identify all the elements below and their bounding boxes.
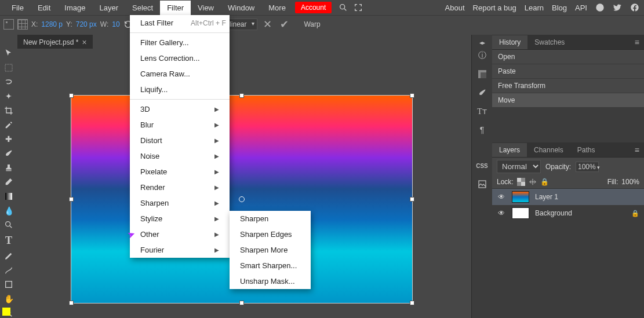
marquee-tool[interactable] [2, 63, 15, 73]
transform-handle-tl[interactable] [69, 93, 74, 98]
filter-noise[interactable]: Noise▶ [130, 148, 230, 164]
transform-handle-bl[interactable] [69, 301, 74, 305]
crop-tool[interactable] [2, 106, 15, 116]
brush-tool[interactable] [2, 149, 15, 159]
blend-mode-select[interactable]: Normal [497, 160, 541, 173]
transform-center-icon[interactable] [239, 196, 245, 202]
x-value[interactable]: 1280 p [41, 20, 63, 28]
link-learn[interactable]: Learn [525, 3, 544, 12]
lock-all-icon[interactable]: 🔒 [540, 178, 549, 186]
filter-gallery[interactable]: Filter Gallery... [130, 35, 230, 50]
fullscreen-icon[interactable] [354, 3, 363, 12]
cancel-transform-icon[interactable]: ✕ [261, 18, 274, 31]
transform-handle-tm[interactable] [239, 93, 244, 98]
menu-edit[interactable]: Edit [31, 1, 57, 15]
opacity-input[interactable]: 100% [576, 162, 599, 172]
filter-camera-raw[interactable]: Camera Raw... [130, 66, 230, 82]
transform-handle-bm[interactable] [239, 301, 244, 305]
history-item-move[interactable]: Move [492, 93, 644, 108]
menu-window[interactable]: Window [221, 1, 261, 15]
layer-name[interactable]: Layer 1 [535, 193, 558, 201]
history-item-open[interactable]: Open [492, 50, 644, 64]
close-tab-icon[interactable]: × [82, 38, 86, 47]
reference-grid-icon[interactable] [17, 19, 28, 30]
transform-handle-br[interactable] [410, 301, 414, 305]
path-tool[interactable] [2, 265, 15, 275]
menu-select[interactable]: Select [125, 1, 160, 15]
layers-tab[interactable]: Layers [492, 143, 527, 157]
smart-sharpen-item[interactable]: Smart Sharpen... [230, 258, 311, 273]
fill-input[interactable]: 100% [621, 178, 639, 186]
image-panel-icon[interactable] [472, 175, 493, 193]
foreground-color-swatch[interactable] [2, 308, 10, 316]
filter-blur[interactable]: Blur▶ [130, 117, 230, 133]
shape-tool[interactable] [2, 280, 15, 290]
filter-distort[interactable]: Distort▶ [130, 133, 230, 148]
filter-liquify[interactable]: Liquify... [130, 82, 230, 97]
hand-tool[interactable]: ✋ [2, 294, 15, 304]
menu-file[interactable]: File [5, 1, 31, 15]
filter-fourier[interactable]: Fourier▶ [130, 242, 230, 258]
layer-thumbnail[interactable] [512, 207, 529, 219]
unsharp-mask-item[interactable]: Unsharp Mask... [230, 273, 311, 289]
layer-row[interactable]: 👁 Background 🔒 [492, 205, 644, 221]
color-panel-icon[interactable] [472, 65, 493, 83]
link-blog[interactable]: Blog [552, 3, 567, 12]
filter-pixelate[interactable]: Pixelate▶ [130, 164, 230, 180]
channels-tab[interactable]: Channels [527, 143, 570, 157]
lock-move-icon[interactable] [529, 178, 537, 186]
transform-handle-ml[interactable] [69, 197, 74, 202]
reddit-icon[interactable] [595, 3, 605, 12]
panel-menu-icon[interactable]: ≡ [630, 38, 644, 47]
css-panel-icon[interactable]: CSS [472, 156, 493, 175]
type-tool[interactable]: T [2, 235, 15, 247]
eyedropper-tool[interactable] [2, 120, 15, 130]
visibility-icon[interactable]: 👁 [497, 193, 506, 201]
swatches-tab[interactable]: Swatches [527, 35, 572, 49]
menu-layer[interactable]: Layer [93, 1, 126, 15]
layer-row[interactable]: 👁 Layer 1 [492, 189, 644, 205]
brush-panel-icon[interactable] [472, 83, 493, 102]
sharpen-more-item[interactable]: Sharpen More [230, 242, 311, 258]
w-value[interactable]: 10 [112, 20, 119, 28]
link-report-bug[interactable]: Report a bug [473, 3, 516, 12]
transform-handle-mr[interactable] [410, 197, 414, 202]
transform-handle-tr[interactable] [410, 93, 414, 98]
facebook-icon[interactable] [630, 3, 639, 12]
blur-tool[interactable]: 💧 [2, 206, 15, 215]
stamp-tool[interactable] [2, 163, 15, 173]
filter-other[interactable]: Other▶ [130, 226, 230, 242]
filter-3d[interactable]: 3D▶ [130, 101, 230, 117]
link-about[interactable]: About [445, 3, 465, 12]
link-api[interactable]: API [575, 3, 587, 12]
eraser-tool[interactable] [2, 177, 15, 187]
y-value[interactable]: 720 px [76, 20, 97, 28]
paragraph-panel-icon[interactable]: ¶ [472, 120, 493, 139]
dodge-tool[interactable] [2, 220, 15, 230]
panel-menu-icon[interactable]: ≡ [630, 145, 644, 155]
expand-panels-icon[interactable]: ◂▸ [472, 38, 493, 46]
wand-tool[interactable]: ✦ [2, 92, 15, 101]
history-tab[interactable]: History [492, 35, 527, 49]
layer-thumbnail[interactable] [512, 191, 529, 203]
layer-name[interactable]: Background [535, 209, 572, 217]
menu-view[interactable]: View [191, 1, 221, 15]
search-icon[interactable] [339, 3, 348, 12]
heal-tool[interactable]: ✚ [2, 134, 15, 144]
pen-tool[interactable] [2, 251, 15, 261]
transform-origin-icon[interactable] [3, 19, 14, 30]
history-item-paste[interactable]: Paste [492, 64, 644, 79]
filter-render[interactable]: Render▶ [130, 180, 230, 195]
menu-more[interactable]: More [261, 1, 293, 15]
sharpen-edges-item[interactable]: Sharpen Edges [230, 226, 311, 242]
info-panel-icon[interactable]: ⓘ [472, 46, 493, 65]
warp-button[interactable]: Warp [304, 20, 320, 28]
account-button[interactable]: Account [295, 2, 332, 13]
move-tool[interactable] [2, 49, 15, 59]
commit-transform-icon[interactable]: ✔ [278, 18, 291, 31]
filter-sharpen[interactable]: Sharpen▶ [130, 195, 230, 211]
paths-tab[interactable]: Paths [570, 143, 602, 157]
lasso-tool[interactable] [2, 77, 15, 87]
history-item-free-transform[interactable]: Free Transform [492, 79, 644, 93]
filter-stylize[interactable]: Stylize▶ [130, 211, 230, 226]
